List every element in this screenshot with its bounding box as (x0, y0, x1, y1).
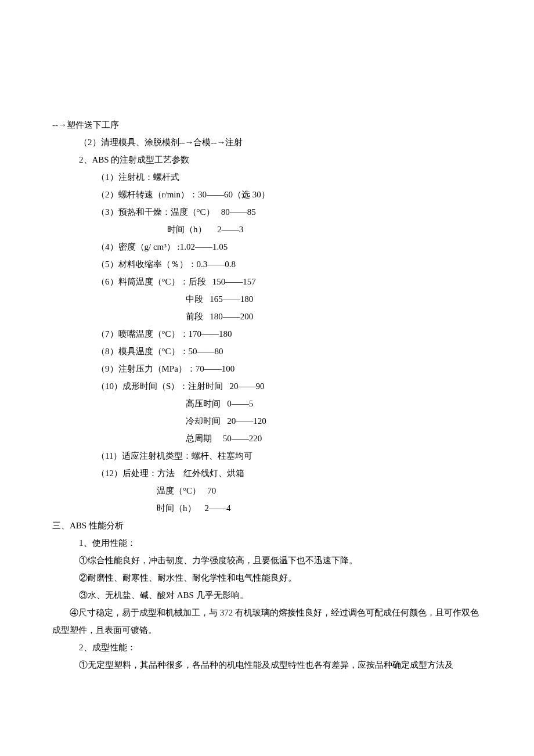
molding-performance-header: 2、成型性能： (52, 639, 482, 656)
param-form-total-cycle: 总周期 50——220 (52, 430, 482, 447)
param-density: （4）密度（g/ cm³） :1.02——1.05 (52, 238, 482, 255)
usage-point-3: ③水、无机盐、碱、酸对 ABS 几乎无影响。 (52, 586, 482, 604)
usage-performance-header: 1、使用性能： (52, 534, 482, 552)
usage-point-2: ②耐磨性、耐寒性、耐水性、耐化学性和电气性能良好。 (52, 569, 482, 586)
param-form-high-pressure-time: 高压时间 0——5 (52, 395, 482, 412)
section-2-header: 2、ABS 的注射成型工艺参数 (52, 151, 482, 168)
param-shrinkage: （5）材料收缩率（％）：0.3——0.8 (52, 255, 482, 273)
process-step-2: （2）清理模具、涂脱模剂--→合模--→注射 (52, 134, 482, 151)
param-mold-temp: （8）模具温度（°C）：50——80 (52, 343, 482, 360)
usage-point-4: ④尺寸稳定，易于成型和机械加工，与 372 有机玻璃的熔接性良好，经过调色可配成… (52, 604, 482, 639)
param-post-process-time: 时间（h） 2——4 (52, 499, 482, 517)
param-barrel-temp-front: 前段 180——200 (52, 308, 482, 325)
param-injection-pressure: （9）注射压力（MPa）：70——100 (52, 360, 482, 377)
molding-point-1: ①无定型塑料，其品种很多，各品种的机电性能及成型特性也各有差异，应按品种确定成型… (52, 656, 482, 674)
param-barrel-temp-rear: （6）料筒温度（°C）：后段 150——157 (52, 273, 482, 290)
param-preheat-temp: （3）预热和干燥：温度（°C） 80——85 (52, 203, 482, 221)
param-nozzle-temp: （7）喷嘴温度（°C）：170——180 (52, 325, 482, 343)
param-machine-type: （11）适应注射机类型：螺杆、柱塞均可 (52, 447, 482, 465)
param-form-inject-time: （10）成形时间（S）：注射时间 20——90 (52, 377, 482, 395)
process-step-line: --→塑件送下工序 (52, 116, 482, 134)
param-barrel-temp-mid: 中段 165——180 (52, 290, 482, 308)
param-preheat-time: 时间（h） 2——3 (52, 221, 482, 238)
param-post-process-temp: 温度（°C） 70 (52, 482, 482, 499)
param-screw-speed: （2）螺杆转速（r/min）：30——60（选 30） (52, 186, 482, 203)
param-injector: （1）注射机：螺杆式 (52, 168, 482, 186)
usage-point-1: ①综合性能良好，冲击韧度、力学强度较高，且要低温下也不迅速下降。 (52, 552, 482, 569)
param-post-process-method: （12）后处理：方法 红外线灯、烘箱 (52, 465, 482, 482)
section-3-header: 三、ABS 性能分析 (52, 517, 482, 534)
param-form-cooling-time: 冷却时间 20——120 (52, 412, 482, 430)
